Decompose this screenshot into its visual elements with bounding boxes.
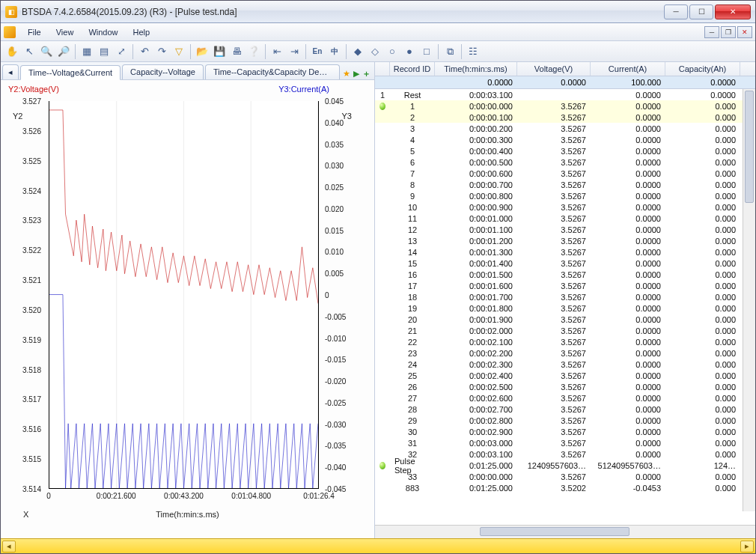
table-row[interactable]: 50:00:00.4003.52670.00000.000 bbox=[375, 145, 755, 156]
column-header[interactable]: Current(A) bbox=[591, 62, 665, 76]
menu-window[interactable]: Window bbox=[81, 25, 125, 39]
marker2-icon[interactable]: ◇ bbox=[367, 43, 383, 60]
cn-icon[interactable]: 中 bbox=[326, 43, 343, 60]
column-header[interactable]: Voltage(V) bbox=[517, 62, 591, 76]
fit-icon[interactable]: ⤢ bbox=[113, 43, 129, 60]
table-row[interactable]: 250:00:02.4003.52670.00000.000 bbox=[375, 370, 755, 381]
cell: 0.000 bbox=[665, 448, 740, 460]
table-row[interactable]: 200:00:01.9003.52670.00000.000 bbox=[375, 314, 755, 325]
table-row[interactable]: 140:00:01.3003.52670.00000.000 bbox=[375, 246, 755, 258]
export-icon[interactable]: ⧉ bbox=[442, 43, 458, 60]
marker5-icon[interactable]: □ bbox=[418, 43, 435, 60]
settings-icon[interactable]: ☷ bbox=[465, 43, 481, 60]
mdi-minimize-button[interactable]: ─ bbox=[704, 26, 719, 38]
play-icon[interactable]: ▶ bbox=[353, 69, 359, 79]
chart-tab-2[interactable]: Time--Capacity&Capacity Density bbox=[205, 64, 340, 79]
table-row[interactable]: 10:00:00.0003.52670.00000.000 bbox=[375, 100, 755, 112]
nav-first-icon[interactable]: ⇤ bbox=[269, 43, 285, 60]
column-header[interactable] bbox=[375, 62, 390, 76]
plot-canvas[interactable] bbox=[49, 101, 319, 489]
marker4-icon[interactable]: ● bbox=[401, 43, 418, 60]
hand-icon[interactable]: ✋ bbox=[4, 43, 20, 60]
scroll-left-button[interactable]: ◂ bbox=[2, 541, 16, 553]
table-row[interactable]: 30:00:00.2003.52670.00000.000 bbox=[375, 123, 755, 134]
table-row[interactable]: 320:00:03.1003.52670.00000.000 bbox=[375, 448, 755, 460]
grid1-icon[interactable]: ▦ bbox=[79, 43, 95, 60]
table-row[interactable]: 130:00:01.2003.52670.00000.000 bbox=[375, 235, 755, 246]
table-row[interactable]: 170:00:01.6003.52670.00000.000 bbox=[375, 280, 755, 291]
save-icon[interactable]: 💾 bbox=[211, 43, 228, 60]
chart-area[interactable]: Y2:Voltage(V) Y3:Current(A) Y2 Y3 3.5273… bbox=[1, 80, 374, 522]
table-row[interactable]: 150:00:01.4003.52670.00000.000 bbox=[375, 258, 755, 269]
horizontal-scrollbar[interactable] bbox=[375, 525, 755, 538]
table-row[interactable]: 220:00:02.1003.52670.00000.000 bbox=[375, 336, 755, 347]
add-tab-icon[interactable]: ＋ bbox=[362, 68, 371, 79]
mdi-close-button[interactable]: ✕ bbox=[737, 26, 752, 38]
zoom-out-icon[interactable]: 🔎 bbox=[55, 43, 72, 60]
table-row[interactable]: 90:00:00.8003.52670.00000.000 bbox=[375, 190, 755, 201]
table-row[interactable]: 210:00:02.0003.52670.00000.000 bbox=[375, 325, 755, 336]
mdi-restore-button[interactable]: ❐ bbox=[721, 26, 736, 38]
table-summary-row: 0.00000.0000100.0000.0000 bbox=[375, 76, 755, 89]
grid2-icon[interactable]: ▤ bbox=[96, 43, 112, 60]
table-row[interactable]: 280:00:02.7003.52670.00000.000 bbox=[375, 404, 755, 415]
table-row[interactable]: 160:00:01.5003.52670.00000.000 bbox=[375, 269, 755, 280]
pointer-icon[interactable]: ↖ bbox=[21, 43, 37, 60]
table-row[interactable]: 310:00:03.0003.52670.00000.000 bbox=[375, 437, 755, 448]
table-row[interactable]: 20:00:00.1003.52670.00000.000 bbox=[375, 112, 755, 123]
menu-help[interactable]: Help bbox=[126, 25, 158, 39]
table-row[interactable]: 190:00:01.8003.52670.00000.000 bbox=[375, 302, 755, 314]
cell: 3.5267 bbox=[517, 258, 591, 269]
en-icon[interactable]: En bbox=[309, 43, 326, 60]
undo-icon[interactable]: ↶ bbox=[136, 43, 153, 60]
window-close-button[interactable]: ✕ bbox=[715, 4, 751, 19]
menu-file[interactable]: File bbox=[20, 25, 49, 39]
help-icon[interactable]: ❔ bbox=[246, 43, 262, 60]
table-row[interactable]: 80:00:00.7003.52670.00000.000 bbox=[375, 179, 755, 190]
column-header[interactable]: Capacity(Ah) bbox=[665, 62, 740, 76]
marker1-icon[interactable]: ◆ bbox=[350, 43, 366, 60]
vertical-scrollbar[interactable] bbox=[743, 89, 755, 511]
table-row[interactable]: 270:00:02.6003.52670.00000.000 bbox=[375, 392, 755, 404]
status-scrollbar[interactable]: ◂ ▸ bbox=[1, 538, 755, 553]
cell: 0.0000 bbox=[591, 269, 665, 280]
table-row[interactable]: 230:00:02.2003.52670.00000.000 bbox=[375, 347, 755, 359]
table-row[interactable]: 60:00:00.5003.52670.00000.000 bbox=[375, 156, 755, 168]
table-row[interactable]: 330:00:00.0003.52670.00000.000 bbox=[375, 471, 755, 482]
table-row[interactable]: 240:00:02.3003.52670.00000.000 bbox=[375, 359, 755, 370]
filter-icon[interactable]: ▽ bbox=[171, 43, 187, 60]
table-row[interactable]: 120:00:01.1003.52670.00000.000 bbox=[375, 224, 755, 235]
marker3-icon[interactable]: ○ bbox=[384, 43, 400, 60]
table-row[interactable]: 300:00:02.9003.52670.00000.000 bbox=[375, 426, 755, 437]
data-table[interactable]: 1Rest0:00:03.1000.00000.0000 10:00:00.00… bbox=[375, 89, 755, 525]
window-minimize-button[interactable]: ─ bbox=[664, 4, 688, 19]
window-maximize-button[interactable]: ☐ bbox=[689, 4, 713, 19]
redo-icon[interactable]: ↷ bbox=[153, 43, 170, 60]
axis-tick: 0.025 bbox=[325, 183, 344, 192]
table-row[interactable]: 100:00:00.9003.52670.00000.000 bbox=[375, 201, 755, 213]
table-row[interactable]: 110:00:01.0003.52670.00000.000 bbox=[375, 213, 755, 224]
tab-scroll-left[interactable]: ◂ bbox=[2, 64, 19, 79]
table-row[interactable]: 290:00:02.8003.52670.00000.000 bbox=[375, 415, 755, 426]
chart-tab-1[interactable]: Capacity--Voltage bbox=[122, 64, 204, 79]
table-row[interactable]: 70:00:00.6003.52670.00000.000 bbox=[375, 168, 755, 179]
nav-prev-icon[interactable]: ⇥ bbox=[286, 43, 302, 60]
column-header[interactable]: Time(h:min:s.ms) bbox=[435, 62, 517, 76]
cell bbox=[375, 213, 390, 224]
table-row[interactable]: 260:00:02.5003.52670.00000.000 bbox=[375, 381, 755, 392]
open-icon[interactable]: 📂 bbox=[194, 43, 210, 60]
table-row[interactable]: Pulse Step0:01:25.00012409557603…5124095… bbox=[375, 460, 755, 471]
scroll-right-button[interactable]: ▸ bbox=[740, 541, 754, 553]
zoom-in-icon[interactable]: 🔍 bbox=[38, 43, 55, 60]
table-row[interactable]: 40:00:00.3003.52670.00000.000 bbox=[375, 134, 755, 145]
column-header[interactable]: Record ID bbox=[390, 62, 435, 76]
menu-view[interactable]: View bbox=[49, 25, 82, 39]
mdi-system-icon[interactable] bbox=[4, 26, 16, 38]
cell: 0:00:01.500 bbox=[435, 269, 517, 280]
table-row[interactable]: 180:00:01.7003.52670.00000.000 bbox=[375, 291, 755, 302]
star-icon[interactable]: ★ bbox=[343, 69, 350, 79]
table-row[interactable]: 8830:01:25.0003.5202-0.04530.000 bbox=[375, 482, 755, 493]
table-row[interactable]: 1Rest0:00:03.1000.00000.0000 bbox=[375, 89, 755, 100]
print-icon[interactable]: 🖶 bbox=[228, 43, 245, 60]
chart-tab-0[interactable]: Time--Voltage&Current bbox=[20, 65, 121, 80]
